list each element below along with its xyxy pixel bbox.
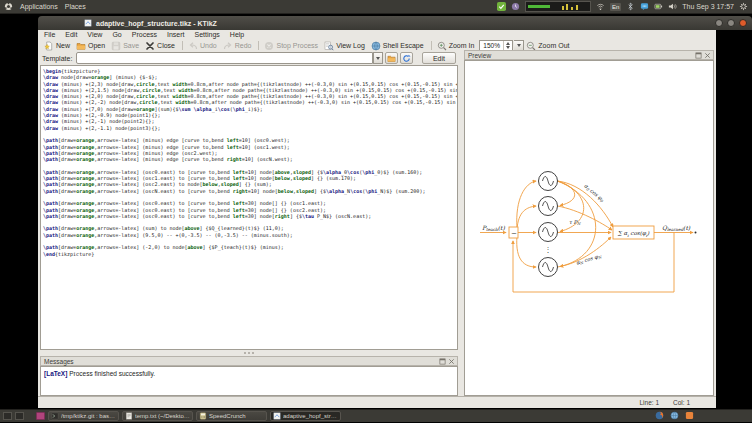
- preview-float-icon[interactable]: [695, 52, 702, 59]
- messages-float-icon[interactable]: [439, 358, 446, 365]
- wifi-icon[interactable]: [596, 2, 605, 11]
- zoom-level-value[interactable]: 150%: [483, 42, 503, 49]
- desktop: Applications Places En: [0, 0, 752, 423]
- taskbar-window-button[interactable]: adaptive_hopf_struc...: [270, 411, 341, 421]
- taskbar-window-button[interactable]: SpeedCrunch: [196, 411, 267, 421]
- template-open-file-button[interactable]: [385, 52, 398, 64]
- firefox-tray-icon[interactable]: [655, 411, 664, 420]
- stop-process-icon: [264, 41, 274, 51]
- undo-icon: [188, 41, 198, 51]
- close-window-button[interactable]: [739, 19, 747, 27]
- battery-icon[interactable]: [654, 2, 663, 11]
- menu-help[interactable]: Help: [230, 31, 244, 38]
- window-title: adaptive_hopf_structure.tikz - KTikZ: [96, 20, 217, 27]
- toolbar-button-label: Undo: [200, 42, 217, 49]
- time-tracker-icon[interactable]: [511, 2, 520, 11]
- preview-close-icon[interactable]: [704, 52, 711, 59]
- toolbar-button-label: Zoom Out: [538, 42, 569, 49]
- taskbar-window-label: SpeedCrunch: [209, 413, 246, 419]
- keyboard-layout-indicator[interactable]: En: [610, 3, 621, 11]
- status-bar: Line: 1 Col: 1: [38, 396, 716, 408]
- menu-insert[interactable]: Insert: [167, 31, 185, 38]
- view-log-button[interactable]: View Log: [322, 40, 369, 52]
- output-terminal-dot: [695, 232, 697, 234]
- app-tray-icon[interactable]: [685, 411, 694, 420]
- toolbar-button-label: New: [56, 42, 70, 49]
- messaging-icon[interactable]: [640, 2, 649, 11]
- workspace-cell[interactable]: [3, 412, 12, 420]
- code-editor[interactable]: \begin{tikzpicture}\draw node[draw=orang…: [40, 65, 458, 350]
- new-document-icon: [44, 41, 54, 51]
- minimize-button[interactable]: [715, 19, 723, 27]
- zoom-spinner[interactable]: [503, 41, 512, 50]
- template-combo-dropdown[interactable]: [373, 52, 383, 64]
- system-monitor-applet[interactable]: [525, 1, 591, 12]
- open-folder-icon: [76, 41, 86, 51]
- applications-menu[interactable]: Applications: [20, 3, 58, 10]
- ubuntu-logo-icon[interactable]: [4, 2, 13, 11]
- messages-dock-header: Messages: [40, 356, 458, 366]
- close-button[interactable]: Close: [143, 40, 179, 52]
- save-icon: [111, 41, 121, 51]
- menu-file[interactable]: File: [44, 31, 55, 38]
- taskbar-window-label: adaptive_hopf_struc...: [283, 413, 338, 419]
- clock[interactable]: Thu Sep 3 17:57: [682, 3, 734, 10]
- taskbar-window-button[interactable]: /tmp/ktikz.git : bash ...: [48, 411, 119, 421]
- close-document-icon: [145, 41, 155, 51]
- new-button[interactable]: New: [42, 40, 74, 52]
- session-gear-icon[interactable]: [739, 2, 748, 11]
- code-line[interactable]: \path[draw=orange,arrows=-latex] (oscN.e…: [43, 188, 457, 194]
- zoom-out-icon: [526, 41, 536, 51]
- menu-view[interactable]: View: [87, 31, 102, 38]
- bluetooth-icon[interactable]: [626, 2, 635, 11]
- terminal-icon: [51, 412, 59, 420]
- open-button[interactable]: Open: [74, 40, 109, 52]
- toolbar-separator: [431, 41, 432, 50]
- zoom-in-icon: [437, 41, 447, 51]
- menu-process[interactable]: Process: [132, 31, 157, 38]
- toolbar-separator: [182, 41, 183, 50]
- messages-log[interactable]: [LaTeX] Process finished successfully.: [40, 366, 458, 396]
- undo-button: Undo: [186, 40, 221, 52]
- menu-go[interactable]: Go: [112, 31, 121, 38]
- toolbar-button-label: Open: [88, 42, 105, 49]
- template-edit-button[interactable]: Edit: [422, 52, 456, 64]
- show-desktop-button[interactable]: [36, 412, 45, 420]
- template-row: Template: Edit: [40, 52, 458, 64]
- menu-settings[interactable]: Settings: [195, 31, 220, 38]
- taskbar-window-label: /tmp/ktikz.git : bash ...: [61, 413, 116, 419]
- stop-process-button: Stop Process: [262, 40, 322, 52]
- template-reload-button[interactable]: [400, 52, 413, 64]
- places-menu[interactable]: Places: [65, 3, 86, 10]
- window-titlebar[interactable]: adaptive_hopf_structure.tikz - KTikZ: [38, 16, 752, 30]
- save-button: Save: [109, 40, 143, 52]
- code-line[interactable]: \draw (minus) +(2,-2) node[draw,circle,t…: [43, 99, 457, 105]
- toolbar-button-label: Shell Escape: [383, 42, 424, 49]
- text-editor-icon: [125, 412, 133, 420]
- update-check-icon[interactable]: [497, 2, 506, 11]
- oscillator-circles: [539, 172, 558, 277]
- menu-edit[interactable]: Edit: [65, 31, 77, 38]
- workspace-cell[interactable]: [15, 412, 24, 420]
- toolbar-button-label: Close: [157, 42, 175, 49]
- template-combo-input[interactable]: [76, 52, 373, 64]
- toolbar-separator: [258, 41, 259, 50]
- latex-tag: [LaTeX]: [44, 370, 67, 377]
- volume-icon[interactable]: [668, 2, 677, 11]
- taskbar-window-button[interactable]: temp.txt (~/Desktop...: [122, 411, 193, 421]
- calculator-icon: [199, 412, 207, 420]
- minus-sign: −: [511, 230, 517, 238]
- status-line: Line: 1: [639, 399, 659, 406]
- network-globe-tray-icon[interactable]: [670, 411, 679, 420]
- tikz-preview-diagram: − ⋮ Pteac: [465, 61, 713, 395]
- code-line[interactable]: \draw (minus) +(2,3) node[draw,circle,te…: [43, 81, 457, 87]
- toolbar-button-label: Save: [123, 42, 139, 49]
- taskbar-window-label: temp.txt (~/Desktop...: [135, 413, 190, 419]
- ktikz-window: FileEditViewGoProcessInsertSettingsHelp …: [38, 30, 716, 408]
- messages-close-icon[interactable]: [448, 358, 455, 365]
- shell-escape-button[interactable]: Shell Escape: [369, 40, 428, 52]
- preview-canvas[interactable]: − ⋮ Pteac: [464, 60, 714, 396]
- maximize-button[interactable]: [727, 19, 735, 27]
- redo-icon: [223, 41, 233, 51]
- code-line[interactable]: \end{tikzpicture}: [43, 251, 457, 257]
